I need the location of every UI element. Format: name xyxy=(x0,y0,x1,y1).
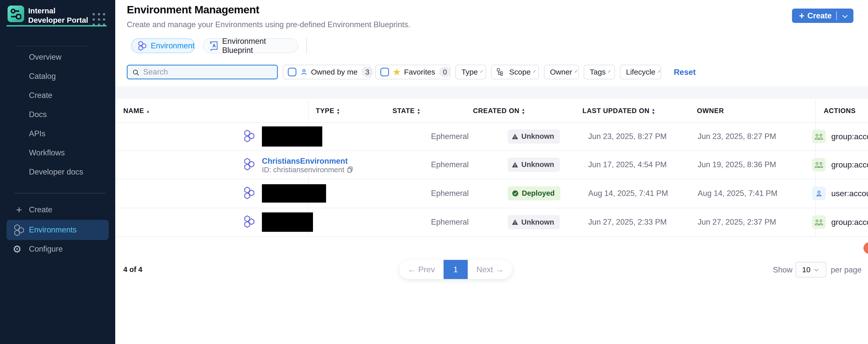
sidebar-item-apis[interactable]: APIs xyxy=(0,124,115,143)
next-label: Next xyxy=(476,265,493,274)
sidebar-nav: Overview Catalog Create Docs APIs Workfl… xyxy=(0,48,115,181)
filter-owned-by-me[interactable]: Owned by me 3 xyxy=(283,65,370,79)
environments-hexagons-icon xyxy=(12,224,25,238)
sidebar-item-catalog[interactable]: Catalog xyxy=(0,67,115,86)
per-page-label: per page xyxy=(831,265,862,275)
search-icon xyxy=(132,69,140,76)
column-header-owner: OWNER xyxy=(697,107,724,115)
sidebar-item-create[interactable]: Create xyxy=(0,86,115,105)
column-header-actions: ACTIONS xyxy=(824,107,856,115)
page-size-select[interactable]: 10 xyxy=(796,262,826,278)
sidebar-item-overview[interactable]: Overview xyxy=(0,48,115,67)
updated-on-cell: Aug 14, 2025, 7:41 PM xyxy=(698,189,777,198)
warning-icon xyxy=(512,162,518,168)
sort-icon: ▲▼ xyxy=(336,108,340,115)
reset-filters-button[interactable]: Reset xyxy=(674,67,696,77)
table-row: Ephemeral Deployed Aug 14, 2025, 7:41 PM… xyxy=(115,179,868,208)
tabs-divider xyxy=(306,38,307,53)
star-icon: ★ xyxy=(393,67,401,77)
help-widget-button[interactable] xyxy=(864,242,868,254)
owned-by-me-label: Owned by me xyxy=(311,68,358,76)
type-dropdown-label: Type xyxy=(461,68,478,76)
updated-on-cell: Jun 19, 2025, 8:36 PM xyxy=(698,160,776,169)
lifecycle-dropdown-label: Lifecycle xyxy=(626,68,655,76)
show-label: Show xyxy=(773,265,793,275)
status-badge: Unknown xyxy=(508,157,560,172)
page-number-button[interactable]: 1 xyxy=(443,260,468,279)
page-title: Environment Management xyxy=(127,3,259,16)
sidebar-item-configure[interactable]: ⚙ Configure xyxy=(0,239,115,259)
gear-icon: ⚙ xyxy=(12,239,22,259)
tab-environment-blueprint[interactable]: Environment Blueprint xyxy=(203,38,298,53)
created-on-cell: Jun 27, 2025, 2:33 PM xyxy=(588,218,667,227)
sort-asc-icon: ▲ xyxy=(146,110,150,113)
search-box xyxy=(127,65,278,79)
column-header-type[interactable]: TYPE▲▼ xyxy=(316,107,340,115)
group-icon xyxy=(812,158,826,172)
prev-page-button[interactable]: ← Prev xyxy=(399,260,443,279)
prev-label: Prev xyxy=(418,265,435,274)
column-header-state[interactable]: STATE▲▼ xyxy=(393,107,421,115)
sidebar-item-environments[interactable]: Environments xyxy=(6,220,109,240)
redacted-name xyxy=(262,212,313,232)
row-divider xyxy=(115,236,868,237)
tags-dropdown-label: Tags xyxy=(590,68,606,76)
table-row: Ephemeral Unknown Jun 23, 2025, 8:27 PM … xyxy=(115,122,868,150)
filter-owner-dropdown[interactable]: Owner xyxy=(544,65,579,79)
column-header-name[interactable]: NAME▲ xyxy=(123,107,150,115)
chevron-down-icon xyxy=(658,70,660,73)
favorites-checkbox[interactable] xyxy=(380,68,389,76)
tab-blueprint-label: Environment Blueprint xyxy=(222,37,298,55)
group-icon xyxy=(812,215,826,229)
type-cell: Ephemeral xyxy=(431,132,469,141)
type-cell: Ephemeral xyxy=(431,189,469,198)
sidebar-divider xyxy=(14,193,106,193)
owner-cell: group:account/_account_all_... xyxy=(831,160,868,169)
sort-icon: ▲▼ xyxy=(417,108,421,115)
sidebar-create-button[interactable]: + Create xyxy=(0,200,115,219)
table-row: Ephemeral Unknown Jun 27, 2025, 2:33 PM … xyxy=(115,208,868,236)
sidebar: Internal Developer Portal Overview Catal… xyxy=(0,0,115,344)
filter-tags-dropdown[interactable]: Tags xyxy=(584,65,615,79)
owned-by-me-count: 3 xyxy=(362,67,373,77)
next-page-button[interactable]: Next → xyxy=(468,260,512,279)
column-header-created-on[interactable]: CREATED ON▲▼ xyxy=(473,107,525,115)
sidebar-item-docs[interactable]: Docs xyxy=(0,105,115,124)
chevron-down-icon xyxy=(533,70,536,73)
table-header: NAME▲ TYPE▲▼ STATE▲▼ CREATED ON▲▼ LAST U… xyxy=(115,99,868,122)
sidebar-item-developer-docs[interactable]: Developer docs xyxy=(0,163,115,181)
environment-name-link[interactable]: ChristiansEnvironment xyxy=(262,156,348,166)
owned-by-me-checkbox[interactable] xyxy=(288,68,297,76)
scope-hierarchy-icon xyxy=(496,68,504,76)
search-input[interactable] xyxy=(143,66,274,78)
filter-scope-dropdown[interactable]: Scope xyxy=(491,65,539,79)
created-on-cell: Jun 17, 2025, 4:54 PM xyxy=(588,160,667,169)
portal-logo-icon[interactable] xyxy=(7,5,24,22)
scope-dropdown-label: Scope xyxy=(509,68,531,76)
environment-management-page: Internal Developer Portal Overview Catal… xyxy=(0,0,868,344)
environment-id: ID: christiansenvironment xyxy=(262,166,353,174)
sidebar-item-workflows[interactable]: Workflows xyxy=(0,143,115,163)
filter-lifecycle-dropdown[interactable]: Lifecycle xyxy=(620,65,661,79)
tab-environment[interactable]: Environment xyxy=(131,38,195,53)
app-title: Internal Developer Portal xyxy=(28,6,91,25)
person-icon xyxy=(300,68,308,76)
create-button[interactable]: + Create xyxy=(792,8,854,23)
status-badge: Deployed xyxy=(508,187,560,200)
page-size-value: 10 xyxy=(802,265,810,274)
owner-dropdown-label: Owner xyxy=(550,68,572,76)
filter-favorites[interactable]: ★ Favorites 0 xyxy=(375,65,451,79)
filter-type-dropdown[interactable]: Type xyxy=(455,65,486,79)
type-cell: Ephemeral xyxy=(431,160,469,169)
environment-hexagons-icon xyxy=(137,40,147,51)
owner-cell: user:account/anders.johnse... xyxy=(831,189,868,198)
chevron-down-icon[interactable] xyxy=(842,13,848,18)
environment-hexagons-icon xyxy=(243,129,256,144)
favorites-label: Favorites xyxy=(404,68,435,76)
copy-icon[interactable] xyxy=(347,166,353,173)
created-on-cell: Aug 14, 2025, 7:41 PM xyxy=(588,189,668,198)
column-header-last-updated-on[interactable]: LAST UPDATED ON▲▼ xyxy=(583,107,655,115)
status-badge: Unknown xyxy=(508,130,560,144)
create-button-label: Create xyxy=(807,11,832,20)
status-badge: Unknown xyxy=(508,215,560,229)
